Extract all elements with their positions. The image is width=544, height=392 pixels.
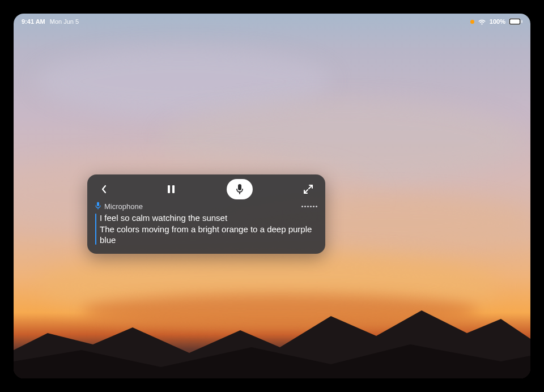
wallpaper-mountains [14,254,530,378]
svg-rect-4 [172,185,175,193]
caption-text-block: I feel so calm watching the sunset The c… [95,212,317,246]
collapse-button[interactable] [93,179,116,199]
microphone-toggle-button[interactable] [227,179,253,199]
caption-line-2: The colors moving from a bright orange t… [100,224,317,246]
status-time: 9:41 AM [22,18,45,25]
svg-rect-5 [238,184,241,190]
status-bar: 9:41 AM Mon Jun 5 100% [14,16,530,27]
captions-source-label: Microphone [104,202,143,211]
svg-rect-2 [521,20,522,23]
svg-rect-9 [97,202,99,207]
device-frame: 9:41 AM Mon Jun 5 100% [0,0,544,392]
svg-rect-1 [510,19,520,24]
expand-fullscreen-button[interactable] [297,179,320,199]
captions-toolbar [87,174,325,201]
caption-line-1: I feel so calm watching the sunset [100,212,317,224]
screen: 9:41 AM Mon Jun 5 100% [14,14,530,378]
status-date: Mon Jun 5 [50,18,79,25]
microphone-source-icon [95,202,101,211]
battery-icon [509,18,522,25]
live-captions-panel[interactable]: Microphone I feel so calm watching the s… [87,174,325,254]
pause-button[interactable] [160,179,182,199]
svg-rect-3 [168,185,170,193]
mic-in-use-indicator-icon [470,20,474,24]
wifi-icon [478,19,486,25]
more-options-button[interactable] [301,206,317,207]
battery-percent: 100% [490,18,505,25]
